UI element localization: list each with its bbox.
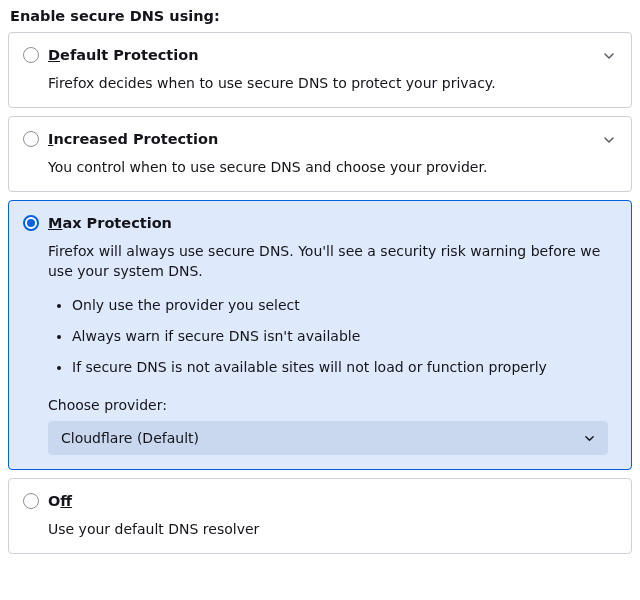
option-max-label: Max Protection [48, 213, 617, 233]
chevron-down-icon [584, 433, 595, 444]
option-max-protection[interactable]: Max Protection Firefox will always use s… [8, 200, 632, 470]
option-default-protection[interactable]: Default Protection Firefox decides when … [8, 32, 632, 108]
radio-increased[interactable] [23, 131, 39, 147]
bullet-item: Only use the provider you select [72, 295, 617, 315]
provider-label: Choose provider: [48, 397, 617, 413]
section-heading: Enable secure DNS using: [10, 8, 632, 24]
bullet-item: If secure DNS is not available sites wil… [72, 357, 617, 377]
chevron-down-icon[interactable] [601, 48, 617, 64]
option-default-desc: Firefox decides when to use secure DNS t… [48, 73, 592, 93]
bullet-item: Always warn if secure DNS isn't availabl… [72, 326, 617, 346]
option-off-desc: Use your default DNS resolver [48, 519, 617, 539]
radio-off[interactable] [23, 493, 39, 509]
option-increased-label: Increased Protection [48, 129, 592, 149]
option-max-desc: Firefox will always use secure DNS. You'… [48, 241, 617, 281]
option-increased-desc: You control when to use secure DNS and c… [48, 157, 592, 177]
provider-selected-value: Cloudflare (Default) [61, 430, 199, 446]
radio-default[interactable] [23, 47, 39, 63]
option-max-bullets: Only use the provider you select Always … [52, 295, 617, 377]
option-off[interactable]: Off Use your default DNS resolver [8, 478, 632, 554]
option-off-label: Off [48, 491, 617, 511]
radio-max[interactable] [23, 215, 39, 231]
provider-select[interactable]: Cloudflare (Default) [48, 421, 608, 455]
option-default-label: Default Protection [48, 45, 592, 65]
option-increased-protection[interactable]: Increased Protection You control when to… [8, 116, 632, 192]
chevron-down-icon[interactable] [601, 132, 617, 148]
